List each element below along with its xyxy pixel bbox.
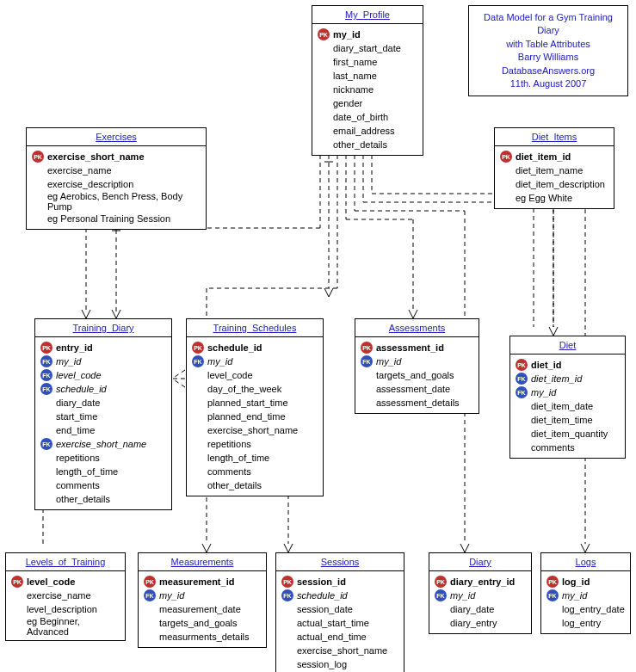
pk-icon: PK xyxy=(361,342,373,354)
field-row: PKschedule_id xyxy=(192,341,318,354)
field-row: PKmy_id xyxy=(318,28,417,41)
pk-icon: PK xyxy=(32,151,44,163)
field-row: PKexercise_short_name xyxy=(32,150,201,163)
field-label: my_id xyxy=(207,356,232,367)
entity-exercises: Exercises PKexercise_short_nameexercise_… xyxy=(26,127,207,230)
field-row: actual_start_time xyxy=(281,616,398,630)
field-label: assessment_date xyxy=(376,384,450,394)
field-row: level_code xyxy=(192,368,318,382)
field-label: diet_id xyxy=(531,360,561,370)
entity-logs: Logs PKlog_idFKmy_idlog_entry_datelog_en… xyxy=(540,552,631,634)
field-label: schedule_id xyxy=(56,384,107,394)
field-row: other_details xyxy=(40,492,166,506)
field-label: eg Beginner, Advanced xyxy=(27,616,120,637)
field-label: eg Aerobics, Bench Press, Body Pump xyxy=(47,191,201,212)
field-row: diet_item_date xyxy=(516,399,620,413)
field-label: log_entry xyxy=(562,618,601,628)
svg-line-24 xyxy=(172,379,185,387)
field-row: targets_and_goals xyxy=(361,368,473,382)
field-row: repetitions xyxy=(40,451,166,465)
field-label: comments xyxy=(207,466,251,477)
field-label: exercise_name xyxy=(47,165,112,176)
pk-icon: PK xyxy=(192,342,204,354)
field-label: diary_date xyxy=(450,604,494,614)
entity-sessions: Sessions PKsession_idFKschedule_idsessio… xyxy=(275,552,404,672)
field-row: PKentry_id xyxy=(40,341,166,354)
field-row: session_date xyxy=(281,602,398,616)
field-row: FKdiet_item_id xyxy=(516,372,620,385)
entity-diet: Diet PKdiet_idFKdiet_item_idFKmy_iddiet_… xyxy=(509,336,626,459)
entity-measurements: Measurements PKmeasurement_idFKmy_idmeas… xyxy=(138,552,267,648)
field-row: gender xyxy=(318,96,417,110)
field-label: day_of_the_week xyxy=(207,384,281,394)
field-row: eg Aerobics, Bench Press, Body Pump xyxy=(32,191,201,212)
field-row: PKlog_id xyxy=(546,575,625,589)
fk-icon: FK xyxy=(546,589,559,601)
field-label: repetitions xyxy=(56,453,100,463)
pk-icon: PK xyxy=(546,576,559,588)
field-label: session_id xyxy=(297,576,346,587)
entity-training-diary: Training_Diary PKentry_idFKmy_idFKlevel_… xyxy=(34,318,172,510)
field-row: FKmy_id xyxy=(516,385,620,399)
entity-title: Sessions xyxy=(276,553,404,571)
field-label: schedule_id xyxy=(207,342,262,353)
entity-assessments: Assessments PKassessment_idFKmy_idtarget… xyxy=(355,318,479,414)
entity-title: Training_Diary xyxy=(35,319,171,337)
field-row: FKlevel_code xyxy=(40,368,166,382)
field-label: exercise_short_name xyxy=(297,645,387,656)
field-row: session_log xyxy=(281,657,398,671)
field-row: email_address xyxy=(318,124,417,138)
field-row: measurement_date xyxy=(144,602,261,616)
field-row: other_details xyxy=(192,478,318,492)
field-row: FKmy_id xyxy=(546,589,625,602)
entity-training-schedules: Training_Schedules PKschedule_idFKmy_idl… xyxy=(186,318,324,496)
field-label: other_details xyxy=(207,480,262,490)
field-row: planned_start_time xyxy=(192,396,318,410)
fk-icon: FK xyxy=(40,355,52,367)
pk-icon: PK xyxy=(11,576,23,588)
svg-line-25 xyxy=(172,370,185,379)
field-row: FKmy_id xyxy=(361,354,473,368)
field-label: my_id xyxy=(531,387,556,398)
field-row: comments xyxy=(40,478,166,492)
field-row: exercise_short_name xyxy=(192,423,318,437)
field-label: repetitions xyxy=(207,439,251,449)
field-row: assessment_date xyxy=(361,382,473,396)
entity-title: Exercises xyxy=(27,128,206,146)
field-label: gender xyxy=(333,98,362,108)
field-label: my_id xyxy=(450,590,475,601)
field-label: exercise_short_name xyxy=(47,151,145,162)
entity-title: Diet xyxy=(510,336,625,354)
fk-icon: FK xyxy=(40,438,52,450)
field-row: planned_end_time xyxy=(192,410,318,423)
field-label: level_code xyxy=(27,576,75,587)
field-row: end_time xyxy=(40,423,166,437)
field-label: exercise_short_name xyxy=(207,425,298,435)
field-row: actual_end_time xyxy=(281,630,398,644)
field-label: exercise_description xyxy=(47,179,133,189)
field-row: date_of_birth xyxy=(318,110,417,124)
entity-title: My_Profile xyxy=(312,6,423,24)
field-label: measurement_date xyxy=(159,604,241,614)
entity-title: Training_Schedules xyxy=(187,319,323,337)
field-row: diet_item_name xyxy=(500,163,608,177)
field-label: my_id xyxy=(56,356,81,367)
field-row: first_name xyxy=(318,55,417,69)
entity-my-profile: My_Profile PKmy_iddiary_start_datefirst_… xyxy=(312,5,423,156)
field-label: level_code xyxy=(56,370,102,380)
field-row: nickname xyxy=(318,83,417,96)
field-label: log_id xyxy=(562,576,590,587)
field-label: targets_and_goals xyxy=(159,618,238,628)
field-label: entry_id xyxy=(56,342,93,353)
field-row: FKmy_id xyxy=(40,354,166,368)
pk-icon: PK xyxy=(318,28,330,40)
field-label: comments xyxy=(531,442,575,453)
field-row: diary_start_date xyxy=(318,41,417,55)
field-row: exercise_name xyxy=(11,589,120,602)
pk-icon: PK xyxy=(40,342,52,354)
field-row: comments xyxy=(516,441,620,454)
field-label: diet_item_name xyxy=(516,165,583,176)
field-label: session_date xyxy=(297,604,353,614)
field-label: my_id xyxy=(376,356,401,367)
field-row: exercise_description xyxy=(32,177,201,191)
